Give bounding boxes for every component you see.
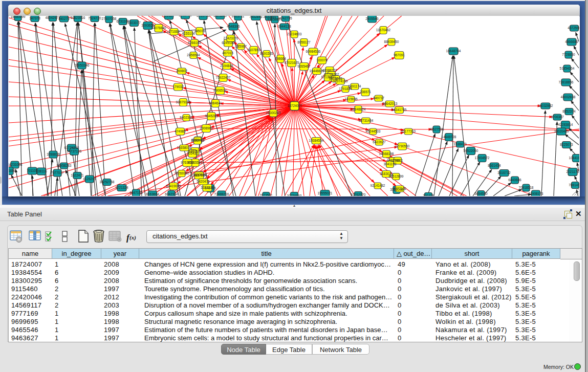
svg-text:3616732: 3616732 xyxy=(497,171,511,174)
svg-text:48002838: 48002838 xyxy=(561,95,576,99)
svg-text:8906514: 8906514 xyxy=(213,89,227,92)
svg-text:97974159: 97974159 xyxy=(333,79,348,83)
svg-text:179032: 179032 xyxy=(172,85,184,89)
svg-text:72488216: 72488216 xyxy=(214,192,229,196)
svg-text:236571: 236571 xyxy=(360,90,371,94)
svg-text:19384554: 19384554 xyxy=(309,139,324,142)
svg-text:25300203: 25300203 xyxy=(266,111,281,115)
svg-text:2008960: 2008960 xyxy=(200,126,213,130)
svg-text:2061686: 2061686 xyxy=(9,169,16,172)
svg-text:9265467: 9265467 xyxy=(297,64,311,68)
svg-text:2405546: 2405546 xyxy=(365,17,379,20)
svg-text:6944138: 6944138 xyxy=(278,25,291,28)
svg-text:6249188: 6249188 xyxy=(222,41,235,45)
svg-text:8163664: 8163664 xyxy=(146,192,159,196)
svg-text:366408: 366408 xyxy=(423,194,434,196)
svg-text:11670462: 11670462 xyxy=(376,28,391,32)
svg-text:7524720: 7524720 xyxy=(88,16,101,20)
svg-text:(x): (x) xyxy=(129,234,136,241)
svg-text:467015: 467015 xyxy=(222,51,233,55)
svg-text:45244503: 45244503 xyxy=(366,129,381,133)
svg-text:701105: 701105 xyxy=(27,169,38,172)
svg-text:94737126: 94737126 xyxy=(67,149,82,153)
svg-text:70918518: 70918518 xyxy=(519,186,534,189)
svg-text:42283814: 42283814 xyxy=(558,123,573,126)
svg-text:18848824: 18848824 xyxy=(351,107,366,111)
svg-text:8661454: 8661454 xyxy=(488,164,501,167)
svg-text:100078: 100078 xyxy=(316,58,328,62)
svg-text:185967: 185967 xyxy=(235,45,247,48)
svg-text:27607058: 27607058 xyxy=(102,17,117,20)
svg-text:22790550: 22790550 xyxy=(395,144,410,148)
svg-text:48527596: 48527596 xyxy=(429,127,444,131)
svg-text:8852374: 8852374 xyxy=(562,110,576,113)
svg-text:5107893: 5107893 xyxy=(247,48,260,52)
svg-text:6847155: 6847155 xyxy=(129,191,143,194)
svg-text:6423843: 6423843 xyxy=(213,16,227,17)
svg-text:36252768: 36252768 xyxy=(100,180,115,184)
svg-text:59522050: 59522050 xyxy=(464,149,478,152)
svg-text:47021625: 47021625 xyxy=(285,61,299,64)
svg-text:34231098: 34231098 xyxy=(9,163,23,166)
svg-text:7415696: 7415696 xyxy=(344,97,358,101)
svg-text:9345289: 9345289 xyxy=(205,114,218,118)
svg-text:6042334: 6042334 xyxy=(165,192,178,196)
svg-text:905432: 905432 xyxy=(187,151,198,155)
svg-text:92141482: 92141482 xyxy=(371,184,385,187)
svg-text:4126295: 4126295 xyxy=(83,177,96,181)
svg-text:61774213: 61774213 xyxy=(64,146,79,149)
svg-text:3327277: 3327277 xyxy=(201,186,214,189)
svg-text:7452843: 7452843 xyxy=(249,16,263,18)
svg-text:2021176: 2021176 xyxy=(567,170,579,173)
svg-text:93858897: 93858897 xyxy=(268,17,282,21)
svg-text:54341785: 54341785 xyxy=(392,108,407,112)
svg-text:74857084: 74857084 xyxy=(192,173,207,177)
svg-text:279511: 279511 xyxy=(392,159,403,162)
svg-text:6422627: 6422627 xyxy=(373,140,386,144)
svg-text:34076840: 34076840 xyxy=(151,26,166,30)
svg-text:4866686: 4866686 xyxy=(565,40,578,43)
svg-text:7881490: 7881490 xyxy=(569,183,579,187)
svg-text:27423276: 27423276 xyxy=(224,36,238,40)
svg-text:38020489: 38020489 xyxy=(554,129,569,133)
svg-text:58642013: 58642013 xyxy=(383,102,398,105)
svg-text:32731484: 32731484 xyxy=(359,119,374,122)
svg-text:26053346: 26053346 xyxy=(75,63,90,67)
svg-text:3041153: 3041153 xyxy=(384,162,397,166)
svg-text:9221324: 9221324 xyxy=(115,186,128,189)
svg-text:96958283: 96958283 xyxy=(57,164,72,167)
svg-text:70269390: 70269390 xyxy=(175,171,189,175)
svg-text:75922407: 75922407 xyxy=(216,76,231,79)
svg-text:30759893: 30759893 xyxy=(287,194,302,196)
svg-text:345076: 345076 xyxy=(194,29,205,33)
svg-text:138116: 138116 xyxy=(36,169,47,173)
svg-text:5002793: 5002793 xyxy=(179,16,192,17)
svg-text:18480699: 18480699 xyxy=(11,16,26,18)
svg-text:2194845: 2194845 xyxy=(220,64,233,68)
svg-text:6266165: 6266165 xyxy=(188,41,201,45)
svg-text:3288838: 3288838 xyxy=(47,152,60,156)
svg-text:81177310: 81177310 xyxy=(401,129,416,133)
svg-text:11658016: 11658016 xyxy=(177,146,192,149)
svg-text:2673501: 2673501 xyxy=(259,193,273,196)
svg-text:8402301: 8402301 xyxy=(180,116,193,119)
svg-text:9903711: 9903711 xyxy=(232,16,245,18)
svg-text:51854364: 51854364 xyxy=(560,67,575,70)
svg-text:18724007: 18724007 xyxy=(288,104,302,107)
svg-text:7728850: 7728850 xyxy=(562,53,575,56)
svg-text:1622471: 1622471 xyxy=(71,173,84,177)
svg-text:14568198: 14568198 xyxy=(379,152,394,156)
svg-text:61762070: 61762070 xyxy=(351,193,366,196)
svg-text:8761736: 8761736 xyxy=(197,16,210,17)
svg-text:8225073: 8225073 xyxy=(560,143,573,146)
svg-text:240279: 240279 xyxy=(58,17,70,20)
svg-text:10841905: 10841905 xyxy=(569,156,579,160)
svg-text:9763012: 9763012 xyxy=(181,161,194,164)
svg-text:48388727: 48388727 xyxy=(322,69,337,72)
svg-text:8056127: 8056127 xyxy=(297,40,311,44)
svg-text:84419035: 84419035 xyxy=(166,184,181,188)
svg-text:16648784: 16648784 xyxy=(446,49,461,53)
svg-text:474985: 474985 xyxy=(175,129,186,133)
svg-text:2456584: 2456584 xyxy=(187,53,200,57)
svg-text:19555021: 19555021 xyxy=(318,191,333,195)
